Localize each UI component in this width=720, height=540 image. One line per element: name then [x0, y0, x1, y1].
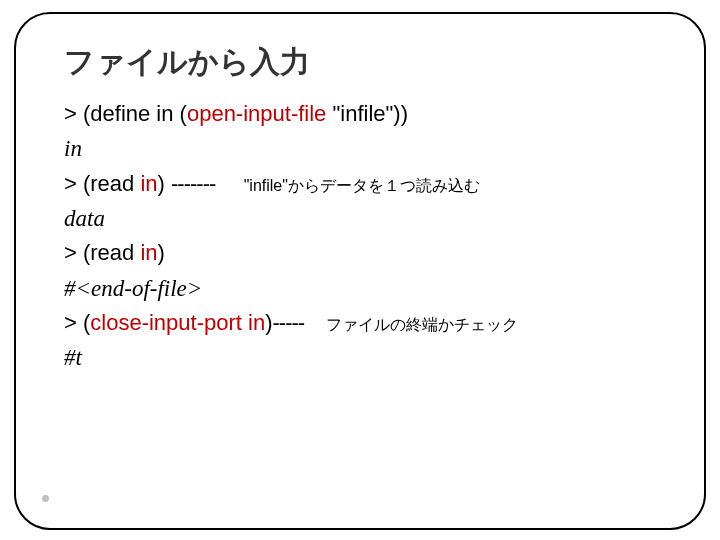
text: (define in (: [83, 101, 187, 126]
code-line-1: > (define in (open-input-file "infile")): [64, 97, 666, 131]
output-data: data: [64, 201, 666, 237]
spacer: [304, 310, 316, 335]
text: "infile")): [326, 101, 408, 126]
output-in: in: [64, 131, 666, 167]
var-in: in: [140, 240, 157, 265]
prompt: >: [64, 101, 83, 126]
text: (read: [83, 240, 140, 265]
decorative-dot: [42, 495, 49, 502]
code-block: > (define in (open-input-file "infile"))…: [64, 97, 666, 376]
code-line-5: > (read in): [64, 236, 666, 270]
dash-connector: -------: [171, 171, 215, 196]
keyword-open-input-file: open-input-file: [187, 101, 326, 126]
text: (read: [83, 171, 140, 196]
prompt: >: [64, 171, 83, 196]
annotation-close: ファイルの終端かチェック: [326, 316, 518, 333]
text: ): [158, 171, 165, 196]
code-line-7: > (close-input-port in)----- ファイルの終端かチェッ…: [64, 306, 666, 340]
code-line-3: > (read in) ------- "infile"からデータを１つ読み込む: [64, 167, 666, 201]
text: ): [265, 310, 272, 335]
spacer: [215, 171, 233, 196]
var-in: in: [140, 171, 157, 196]
slide-frame: ファイルから入力 > (define in (open-input-file "…: [14, 12, 706, 530]
slide-title: ファイルから入力: [64, 42, 666, 83]
annotation-read: "infile"からデータを１つ読み込む: [244, 177, 480, 194]
dash-connector: -----: [273, 310, 305, 335]
keyword-close-input-port: close-input-port: [90, 310, 242, 335]
prompt: >: [64, 310, 83, 335]
var-in: in: [248, 310, 265, 335]
output-eof: #<end-of-file>: [64, 271, 666, 307]
slide: ファイルから入力 > (define in (open-input-file "…: [0, 0, 720, 540]
prompt: >: [64, 240, 83, 265]
output-true: #t: [64, 340, 666, 376]
text: ): [158, 240, 165, 265]
